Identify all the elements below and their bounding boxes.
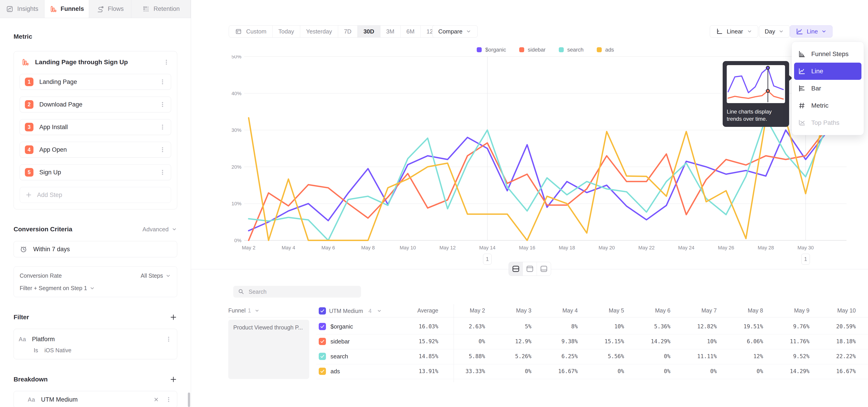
view-chart-toggle[interactable]	[523, 262, 537, 276]
legend-item-sidebar[interactable]: sidebar	[519, 46, 546, 53]
search-input[interactable]	[249, 288, 352, 295]
annotation-badge-may-30[interactable]: 1	[801, 254, 810, 264]
legend-swatch	[519, 47, 524, 52]
table-row-search[interactable]: search	[319, 353, 348, 360]
range-custom[interactable]: Custom	[229, 26, 273, 37]
scale-dropdown[interactable]: Linear	[710, 25, 758, 37]
menu-item-funnel-steps[interactable]: Funnel Steps	[792, 45, 864, 63]
column-header-may-3[interactable]: May 3	[486, 307, 531, 314]
range-today[interactable]: Today	[273, 26, 300, 37]
kebab-icon[interactable]	[159, 101, 166, 108]
view-table-toggle[interactable]	[537, 262, 551, 276]
series-checkbox[interactable]	[319, 368, 326, 375]
compare-button[interactable]: Compare	[432, 25, 477, 37]
series-checkbox[interactable]	[319, 353, 326, 360]
filter-segment-dropdown[interactable]: Filter + Segment on Step 1	[20, 285, 95, 291]
kebab-icon[interactable]	[165, 335, 172, 343]
column-header-may-6[interactable]: May 6	[625, 307, 671, 314]
legend-item-search[interactable]: search	[559, 46, 584, 53]
funnel-column-header[interactable]: Funnel1	[228, 307, 260, 314]
filter-segment-label: Filter + Segment on Step 1	[20, 285, 87, 291]
column-header-may-8[interactable]: May 8	[718, 307, 763, 314]
conversion-rate-dropdown[interactable]: All Steps	[141, 273, 171, 279]
series-checkbox[interactable]	[319, 323, 326, 330]
svg-text:30%: 30%	[231, 127, 241, 133]
conversion-window[interactable]: Within 7 days	[13, 241, 177, 257]
column-header-may-2[interactable]: May 2	[440, 307, 485, 314]
kebab-icon[interactable]	[159, 123, 166, 131]
funnel-step-4[interactable]: 4 App Open	[20, 142, 171, 158]
menu-item-line[interactable]: Line	[794, 63, 862, 80]
legend-item-ads[interactable]: ads	[597, 46, 614, 53]
table-row-ads[interactable]: ads	[319, 368, 340, 375]
svg-text:May 24: May 24	[678, 245, 694, 251]
table-row-sidebar[interactable]: sidebar	[319, 338, 350, 345]
flows-icon	[96, 5, 104, 13]
kebab-icon[interactable]	[159, 78, 166, 86]
tab-funnels[interactable]: Funnels	[44, 0, 89, 18]
add-step-button[interactable]: Add Step	[20, 187, 171, 203]
kebab-icon[interactable]	[159, 146, 166, 154]
row-group-label[interactable]: Product Viewed through P...	[228, 320, 309, 379]
table-value: 22.22%	[811, 353, 856, 359]
range-label: 6M	[406, 28, 414, 35]
row-separator	[316, 349, 868, 349]
conversion-rate-label: Conversion Rate	[20, 273, 62, 279]
legend-label: $organic	[485, 46, 506, 53]
table-value: 0%	[672, 368, 717, 374]
tab-label: Flows	[108, 5, 124, 12]
breakdown-property-name[interactable]: UTM Medium	[41, 396, 153, 403]
property-type-label: Aa	[19, 336, 26, 343]
add-breakdown-button[interactable]	[169, 376, 177, 383]
table-value: 6.06%	[718, 338, 763, 345]
conversion-rate-value: All Steps	[141, 273, 163, 279]
column-header-may-5[interactable]: May 5	[579, 307, 624, 314]
column-header-may-10[interactable]: May 10	[811, 307, 856, 314]
svg-text:May 6: May 6	[321, 245, 335, 251]
tab-insights[interactable]: Insights	[0, 0, 44, 18]
add-filter-button[interactable]	[169, 313, 177, 321]
filter-section-label: Filter	[13, 314, 29, 321]
column-header-may-9[interactable]: May 9	[764, 307, 809, 314]
column-header-may-7[interactable]: May 7	[672, 307, 717, 314]
view-split-toggle[interactable]	[509, 262, 523, 276]
filter-value[interactable]: iOS Native	[44, 347, 71, 354]
filter-property-name[interactable]: Platform	[32, 336, 165, 343]
column-header-average[interactable]: Average	[393, 307, 438, 314]
drag-handle-icon[interactable]	[19, 397, 25, 403]
series-checkbox[interactable]	[319, 338, 326, 345]
filter-operator[interactable]: Is	[34, 347, 38, 354]
close-icon[interactable]	[153, 396, 159, 403]
tab-flows[interactable]: Flows	[89, 0, 131, 18]
range-30d[interactable]: 30D	[358, 26, 380, 37]
funnel-step-5[interactable]: 5 Sign Up	[20, 164, 171, 180]
tab-retention[interactable]: Retention	[131, 0, 191, 18]
kebab-icon[interactable]	[165, 396, 172, 403]
sidebar-scrollbar[interactable]	[188, 393, 190, 407]
menu-item-metric[interactable]: Metric	[792, 97, 864, 114]
menu-item-bar[interactable]: Bar	[792, 80, 864, 97]
kebab-icon[interactable]	[159, 168, 166, 176]
kebab-icon[interactable]	[163, 58, 170, 66]
column-header-may-4[interactable]: May 4	[532, 307, 578, 314]
funnel-step-1[interactable]: 1 Landing Page	[20, 74, 171, 90]
chart-type-dropdown[interactable]: Line	[790, 25, 833, 37]
legend-item-organic[interactable]: $organic	[477, 46, 506, 53]
range-7d[interactable]: 7D	[338, 26, 358, 37]
annotation-badge-may-14[interactable]: 1	[483, 254, 492, 264]
report-tabbar: InsightsFunnelsFlowsRetention	[0, 0, 191, 18]
advanced-dropdown[interactable]: Advanced	[143, 226, 177, 233]
step-label: Download Page	[39, 101, 159, 108]
table-row-organic[interactable]: $organic	[319, 323, 353, 330]
header-checkbox[interactable]	[319, 307, 326, 315]
range-3m[interactable]: 3M	[380, 26, 401, 37]
tab-label: Insights	[17, 5, 38, 12]
granularity-dropdown[interactable]: Day	[759, 25, 790, 37]
breakdown-column-header[interactable]: UTM Medium4	[319, 307, 382, 315]
range-6m[interactable]: 6M	[401, 26, 421, 37]
funnel-step-3[interactable]: 3 App Install	[20, 119, 171, 135]
calendar-icon	[235, 28, 242, 35]
range-yesterday[interactable]: Yesterday	[300, 26, 338, 37]
table-value: 14.85%	[393, 353, 438, 359]
funnel-step-2[interactable]: 2 Download Page	[20, 97, 171, 113]
